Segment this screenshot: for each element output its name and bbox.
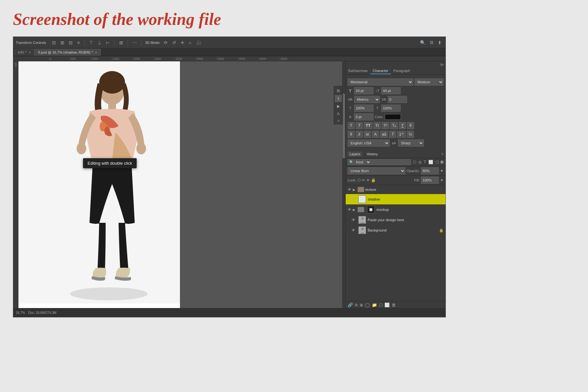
type-btn-bold[interactable]: TT xyxy=(364,122,373,129)
type-btn-tscript[interactable]: T xyxy=(389,131,396,138)
layers-panel-menu[interactable]: ≡ xyxy=(441,152,444,156)
3d-icon-1[interactable]: ⟳ xyxy=(163,39,169,46)
eye-paste-design[interactable]: 👁 xyxy=(352,218,357,222)
3d-icon-3[interactable]: ✛ xyxy=(179,39,186,46)
distribute-icon-3[interactable]: ⊢ xyxy=(105,39,111,46)
kerning-select[interactable]: Metrics xyxy=(354,96,380,103)
tab-libraries[interactable]: Библиотеки xyxy=(346,68,370,74)
tab-2-close[interactable]: ✕ xyxy=(95,51,97,54)
mask-icon[interactable]: ◯ xyxy=(365,303,370,307)
layer-group-texture[interactable]: 👁 ▶ texture xyxy=(346,185,446,194)
type-btn-italic[interactable]: T xyxy=(356,122,363,129)
antialias-select[interactable]: Sharp xyxy=(398,139,424,147)
type-btn-regular[interactable]: T xyxy=(348,122,355,129)
tab-paragraph[interactable]: Paragraph xyxy=(391,68,413,74)
fill-chevron[interactable]: ▼ xyxy=(440,178,444,182)
eye-background[interactable]: 👁 xyxy=(352,228,357,232)
type-btn-aa2[interactable]: aā xyxy=(380,131,388,138)
lock-artboard-icon[interactable]: ✛ xyxy=(366,178,370,182)
layer-item-shadow[interactable]: 👁 shadow xyxy=(346,194,446,204)
arrange-icon[interactable]: ⊞ xyxy=(118,39,124,46)
window-icon[interactable]: ⧉ xyxy=(429,39,435,46)
eye-mockup[interactable]: 👁 xyxy=(348,207,353,212)
align-icon-3[interactable]: ⊟ xyxy=(68,39,74,46)
opacity-input[interactable] xyxy=(421,167,439,174)
leading-input[interactable] xyxy=(381,87,401,94)
artboard-icon[interactable]: ⬡ xyxy=(379,303,383,307)
chevron-mockup[interactable]: ▶ xyxy=(353,208,355,211)
group-icon[interactable]: 📁 xyxy=(372,303,377,307)
mini-close-btn[interactable]: ✕ xyxy=(337,119,340,123)
tab-history[interactable]: History xyxy=(365,151,380,157)
link-icon[interactable]: 🔗 xyxy=(348,303,353,307)
type-btn-strikethrough[interactable]: T xyxy=(407,122,414,129)
more-icon[interactable]: ⋯ xyxy=(131,39,138,46)
mini-btn-grid[interactable]: ⊞ xyxy=(335,87,342,94)
mini-btn-info[interactable]: ℹ xyxy=(335,95,342,102)
3d-icon-4[interactable]: ⟈ xyxy=(188,39,193,46)
filter-type-icon[interactable]: T xyxy=(423,160,427,165)
type-btn-fraction[interactable]: ½ xyxy=(407,131,414,138)
tab-layers[interactable]: Layers xyxy=(348,151,362,157)
type-btn-fi[interactable]: fi xyxy=(348,131,355,138)
scale-v-input[interactable] xyxy=(381,105,401,112)
type-btn-subscript[interactable]: T₁ xyxy=(390,122,398,129)
filter-pixel-icon[interactable]: ⬡ xyxy=(412,160,417,165)
canvas-area[interactable]: Editing with double click xyxy=(18,61,345,309)
color-swatch[interactable] xyxy=(385,114,401,120)
new-layer-icon[interactable]: ⬜ xyxy=(384,303,390,307)
fx-icon[interactable]: fx xyxy=(355,303,358,307)
scale-h-input[interactable] xyxy=(354,105,373,112)
filter-smart-icon[interactable]: ⬡ xyxy=(435,160,439,165)
tab-2[interactable]: 9.psd @ 16,7% (shadow, RGB/8) * ✕ xyxy=(35,49,101,56)
type-btn-superscript[interactable]: T² xyxy=(382,122,389,129)
mini-btn-play[interactable]: ▶ xyxy=(335,103,342,110)
type-btn-allcaps[interactable]: Tt xyxy=(373,122,381,129)
font-style-select[interactable]: Medium xyxy=(415,78,444,86)
lock-paint-icon[interactable]: ✏ xyxy=(362,178,365,182)
align-icon-4[interactable]: ≡ xyxy=(76,39,81,46)
eye-texture[interactable]: 👁 xyxy=(348,187,353,192)
filter-toggle-dot[interactable] xyxy=(440,160,444,164)
layer-item-mockup[interactable]: 👁 ▶ ⬜ mockup xyxy=(346,204,446,215)
type-btn-aa[interactable]: A xyxy=(372,131,379,138)
filter-kind-select[interactable]: Kind xyxy=(355,160,371,164)
type-btn-ordinal[interactable]: 1ˢᵗ xyxy=(397,131,406,138)
layer-item-background[interactable]: 👁 Background 🔒 xyxy=(346,225,446,235)
mini-btn-text[interactable]: A xyxy=(335,110,342,118)
share-icon[interactable]: ⬆ xyxy=(436,39,443,46)
eye-shadow[interactable]: 👁 xyxy=(352,197,357,201)
type-btn-underline[interactable]: T xyxy=(399,122,406,129)
chevron-texture[interactable]: ▶ xyxy=(353,188,355,191)
font-family-select[interactable]: Montserrat xyxy=(348,78,413,86)
fill-input[interactable] xyxy=(421,177,439,184)
filter-adjust-icon[interactable]: ◎ xyxy=(418,160,422,165)
3d-icon-2[interactable]: ↺ xyxy=(171,39,177,46)
delete-icon[interactable]: 🗑 xyxy=(392,303,396,307)
opacity-chevron[interactable]: ▼ xyxy=(440,169,444,173)
tab-1[interactable]: k/8) * ✕ xyxy=(15,49,35,56)
layer-item-paste-design[interactable]: 👁 Paste your design here xyxy=(346,215,446,225)
distribute-icon-2[interactable]: ⊥ xyxy=(96,39,103,46)
adjustment-icon[interactable]: ⊕ xyxy=(360,303,363,307)
tracking-input[interactable] xyxy=(388,96,407,103)
baseline-input[interactable] xyxy=(354,113,373,120)
distribute-icon-1[interactable]: ⊤ xyxy=(88,39,94,46)
type-btn-st[interactable]: st xyxy=(364,131,371,138)
layers-search[interactable]: 🔍 Kind xyxy=(348,159,411,165)
tab-character[interactable]: Character xyxy=(370,68,391,74)
filter-shape-icon[interactable]: ⬜ xyxy=(428,160,434,165)
search-icon[interactable]: 🔍 xyxy=(419,39,427,46)
align-icon-2[interactable]: ⊞ xyxy=(59,39,66,46)
lock-move-icon[interactable]: 🔒 xyxy=(371,178,376,182)
lock-transparency-icon[interactable]: ⬡ xyxy=(357,178,361,182)
tab-1-close[interactable]: ✕ xyxy=(28,51,31,54)
type-btn-ligature[interactable]: ∂ xyxy=(356,131,363,138)
canvas-scrollbar-thumb[interactable] xyxy=(342,94,345,158)
align-icon-1[interactable]: ⊟ xyxy=(51,39,57,46)
3d-icon-5[interactable]: 🎥 xyxy=(195,39,203,46)
panel-expand-icon[interactable]: ≫ xyxy=(439,62,444,67)
font-size-input[interactable] xyxy=(354,87,373,94)
language-select[interactable]: English: USA xyxy=(348,139,390,147)
blend-mode-select[interactable]: Linear Burn xyxy=(348,167,405,174)
